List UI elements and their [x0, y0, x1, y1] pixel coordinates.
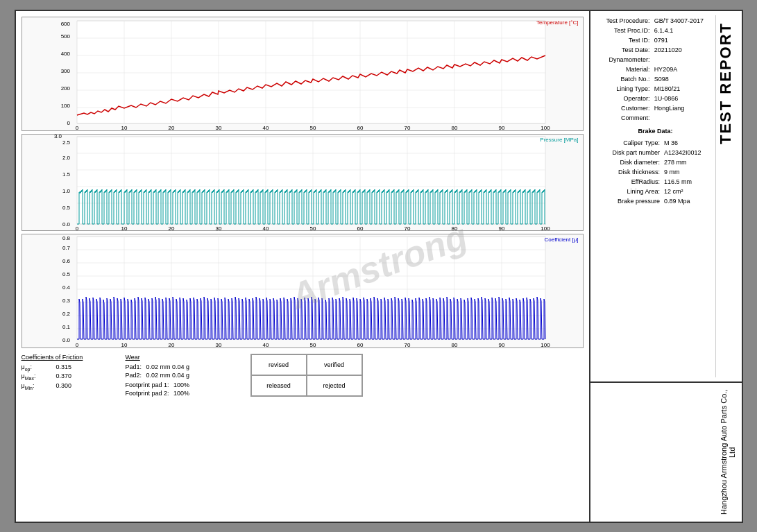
u-min-row: μMin: 0.300	[22, 382, 119, 391]
coefficients-title: Coefficients of Friction	[22, 354, 119, 361]
svg-text:40: 40	[262, 225, 269, 232]
dynamometer-label: Dynamometer:	[597, 55, 652, 64]
svg-text:80: 80	[451, 125, 457, 131]
svg-text:30: 30	[215, 342, 221, 348]
coefficient-chart-title: Coefficient [μ]	[545, 237, 579, 243]
svg-text:90: 90	[498, 225, 504, 232]
u-max-label: μMax:	[22, 372, 56, 381]
svg-text:1.5: 1.5	[62, 171, 70, 178]
disk-diameter-value: 278 mm	[663, 158, 713, 166]
wear-title: Wear	[126, 354, 237, 361]
footprint2-row: Footprint pad 2: 100%	[126, 390, 237, 397]
u-op-row: μop: 0.315	[22, 363, 119, 372]
temperature-chart-title: Temperature [°C]	[536, 19, 579, 26]
u-op-label: μop:	[22, 363, 56, 372]
svg-text:3.0: 3.0	[53, 135, 62, 139]
svg-text:0.5: 0.5	[62, 205, 70, 211]
test-procedure-value: GB/T 34007-2017	[653, 17, 714, 25]
batch-no-label: Batch No.:	[597, 75, 652, 83]
svg-text:100: 100	[541, 125, 550, 131]
status-revised: revised	[251, 354, 307, 375]
svg-text:0: 0	[75, 342, 78, 348]
operator-label: Operator:	[597, 94, 652, 103]
svg-text:200: 200	[60, 85, 70, 92]
dynamometer-value	[653, 55, 714, 64]
wear-section: Wear Pad1: 0.02 mm 0.04 g Pad2: 0.02 mm …	[126, 354, 237, 398]
svg-text:80: 80	[451, 342, 457, 348]
lining-area-value: 12 cm²	[663, 187, 713, 196]
u-min-label: μMin:	[22, 382, 56, 391]
brake-pressure-label: Brake pressure	[597, 197, 662, 205]
coefficient-chart: Coefficient [μ] 0.0 0.1 0.2 0.3 0.4 0.5 …	[22, 234, 584, 348]
test-procedure-label: Test Procedure:	[597, 17, 652, 25]
svg-text:20: 20	[168, 225, 174, 232]
svg-text:0: 0	[67, 120, 70, 126]
right-panel: Test Procedure: GB/T 34007-2017 Test Pro…	[589, 11, 742, 522]
status-verified: verified	[307, 354, 362, 375]
test-proc-id-label: Test Proc.ID:	[597, 26, 652, 35]
main-content: Armstrong Temperature [°C] 0 100 200 300…	[16, 11, 589, 522]
svg-text:0.0: 0.0	[62, 221, 70, 228]
brake-data-section: Brake Data: Caliper Type: M 36 Disk part…	[596, 128, 715, 207]
customer-label: Customer:	[597, 104, 652, 112]
svg-text:80: 80	[451, 225, 457, 232]
svg-text:70: 70	[404, 225, 410, 232]
coefficients-section: Coefficients of Friction μop: 0.315 μMax…	[22, 354, 119, 398]
temperature-chart: Temperature [°C] 0 100 200 300 400 500 6…	[22, 17, 584, 131]
svg-text:600: 600	[60, 21, 70, 27]
pad2-value: 0.02 mm 0.04 g	[146, 372, 190, 379]
svg-text:70: 70	[404, 342, 410, 348]
lining-type-label: Lining Type:	[597, 85, 652, 93]
svg-text:50: 50	[309, 342, 316, 348]
status-released: released	[251, 375, 307, 396]
svg-text:0.2: 0.2	[62, 311, 70, 317]
comment-value	[653, 114, 714, 122]
disk-part-label: Disk part number	[597, 148, 662, 157]
svg-text:60: 60	[357, 342, 363, 348]
svg-text:1.0: 1.0	[62, 188, 70, 194]
svg-text:100: 100	[541, 342, 550, 348]
test-date-value: 20211020	[653, 46, 714, 54]
caliper-type-value: M 36	[663, 139, 713, 147]
pressure-chart: Pressure [MPa] 0.0 0.5 1.0 1.5 2.0 2.5 3…	[22, 134, 584, 231]
svg-text:0: 0	[75, 225, 78, 232]
svg-text:400: 400	[60, 51, 70, 57]
svg-text:0: 0	[75, 125, 78, 131]
right-bottom: Hangzhou Armstrong Auto Parts Co., Ltd	[590, 383, 742, 522]
svg-text:0.7: 0.7	[62, 245, 70, 251]
disk-part-value: A12342I0012	[663, 148, 713, 157]
info-table: Test Procedure: GB/T 34007-2017 Test Pro…	[596, 15, 715, 123]
svg-text:40: 40	[262, 342, 269, 348]
brake-data-title: Brake Data:	[596, 128, 715, 135]
svg-rect-18	[77, 21, 545, 123]
customer-value: HongLiang	[653, 104, 714, 112]
svg-text:0.4: 0.4	[62, 284, 70, 291]
svg-text:0.8: 0.8	[62, 235, 70, 241]
svg-text:100: 100	[60, 103, 70, 109]
svg-text:20: 20	[168, 125, 174, 131]
footprint1-row: Footprint pad 1: 100%	[126, 381, 237, 388]
lining-area-label: Lining Area:	[597, 187, 662, 196]
page: Armstrong Temperature [°C] 0 100 200 300…	[15, 10, 743, 523]
lining-type-value: MI180/21	[653, 85, 714, 93]
disk-diameter-label: Disk diameter:	[597, 158, 662, 166]
status-rejected: rejected	[307, 375, 362, 396]
test-date-label: Test Date:	[597, 46, 652, 54]
svg-text:70: 70	[404, 125, 410, 131]
pad1-row: Pad1: 0.02 mm 0.04 g	[126, 363, 237, 370]
svg-text:300: 300	[60, 68, 70, 74]
svg-text:10: 10	[121, 342, 127, 348]
svg-text:40: 40	[262, 125, 269, 131]
footprint1-label: Footprint pad 1:	[126, 381, 169, 388]
disk-thickness-label: Disk thickness:	[597, 168, 662, 176]
svg-text:60: 60	[357, 125, 363, 131]
company-name: Hangzhou Armstrong Auto Parts Co., Ltd	[720, 387, 736, 517]
brake-data-table: Caliper Type: M 36 Disk part number A123…	[596, 137, 715, 207]
footprint2-value: 100%	[173, 390, 189, 397]
test-id-value: 0791	[653, 36, 714, 44]
disk-thickness-value: 9 mm	[663, 168, 713, 176]
status-section: revised verified released rejected	[250, 354, 363, 398]
pad1-value: 0.02 mm 0.04 g	[146, 363, 190, 370]
test-report-title: TEST REPORT	[717, 22, 735, 144]
svg-text:0.3: 0.3	[62, 298, 70, 304]
